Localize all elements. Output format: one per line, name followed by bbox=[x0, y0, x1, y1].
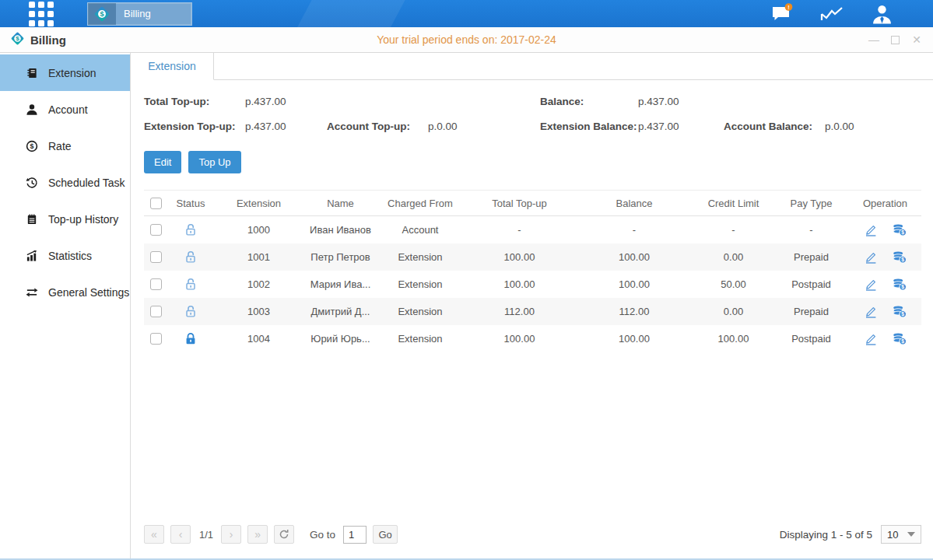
sidebar-item-general-settings[interactable]: General Settings bbox=[0, 274, 130, 310]
cell-name: Петр Петров bbox=[303, 251, 377, 263]
col-credit-limit: Credit Limit bbox=[693, 198, 774, 209]
sidebar-item-label: Account bbox=[48, 103, 88, 116]
edit-pencil-icon[interactable] bbox=[864, 278, 877, 291]
sidebar-item-label: Statistics bbox=[48, 250, 92, 262]
cell-total-topup: 100.00 bbox=[463, 333, 576, 345]
col-status: Status bbox=[167, 198, 214, 209]
trial-period-message: Your trial period ends on: 2017-02-24 bbox=[0, 33, 933, 46]
extension-table: Status Extension Name Charged From Total… bbox=[144, 190, 921, 352]
billing-diamond-icon: $ bbox=[10, 31, 25, 49]
cell-balance: 100.00 bbox=[576, 251, 693, 263]
refresh-icon[interactable] bbox=[274, 525, 294, 544]
row-checkbox[interactable] bbox=[150, 251, 162, 263]
sidebar: Extension Account $ Rate bbox=[0, 53, 131, 558]
cell-credit-limit: 50.00 bbox=[693, 278, 774, 290]
billing-app-window: $ Billing ! bbox=[0, 0, 933, 560]
lock-open-icon[interactable] bbox=[184, 250, 197, 264]
next-page-button[interactable]: › bbox=[221, 525, 241, 544]
row-checkbox[interactable] bbox=[150, 278, 162, 290]
notepad-icon bbox=[25, 213, 39, 226]
cell-pay-type: Prepaid bbox=[774, 306, 848, 317]
cell-total-topup: - bbox=[463, 224, 576, 236]
taskbar-billing-button[interactable]: $ Billing bbox=[87, 2, 192, 26]
topup-coins-icon[interactable]: $ bbox=[893, 305, 907, 318]
topup-coins-icon[interactable]: $ bbox=[893, 223, 907, 236]
svg-text:$: $ bbox=[901, 284, 904, 290]
page-size-select[interactable]: 10 bbox=[881, 525, 921, 544]
go-button[interactable]: Go bbox=[373, 525, 398, 544]
account-balance-label: Account Balance: bbox=[724, 121, 825, 132]
topup-coins-icon[interactable]: $ bbox=[893, 332, 907, 345]
desktop-topbar: $ Billing ! bbox=[0, 0, 933, 27]
row-checkbox[interactable] bbox=[150, 224, 162, 236]
cell-charged-from: Extension bbox=[377, 251, 463, 263]
col-total-topup: Total Top-up bbox=[463, 198, 576, 209]
topup-button[interactable]: Top Up bbox=[188, 151, 240, 173]
chart-icon[interactable] bbox=[819, 4, 844, 24]
cell-extension: 1001 bbox=[214, 251, 303, 263]
sidebar-item-extension[interactable]: Extension bbox=[0, 54, 130, 91]
sidebar-item-rate[interactable]: $ Rate bbox=[0, 128, 130, 164]
sidebar-item-account[interactable]: Account bbox=[0, 91, 130, 128]
user-icon[interactable] bbox=[869, 4, 894, 24]
edit-pencil-icon[interactable] bbox=[864, 306, 877, 318]
exchange-arrows-icon bbox=[25, 286, 39, 299]
sidebar-item-label: General Settings bbox=[48, 286, 129, 299]
person-icon bbox=[25, 103, 39, 116]
window-titlebar: $ Billing Your trial period ends on: 201… bbox=[0, 27, 933, 53]
table-row: 1002Мария Ива...Extension100.00100.0050.… bbox=[144, 271, 921, 298]
sidebar-item-label: Extension bbox=[48, 67, 96, 79]
col-name: Name bbox=[303, 198, 377, 209]
balance-label: Balance: bbox=[540, 96, 638, 107]
topup-coins-icon[interactable]: $ bbox=[893, 278, 907, 291]
goto-page-input[interactable] bbox=[343, 526, 367, 544]
sidebar-item-scheduled-task[interactable]: Scheduled Task bbox=[0, 164, 130, 201]
cell-extension: 1004 bbox=[214, 333, 303, 345]
close-icon[interactable]: ✕ bbox=[911, 34, 922, 45]
row-checkbox[interactable] bbox=[150, 306, 162, 317]
goto-label: Go to bbox=[310, 529, 335, 541]
tab-extension[interactable]: Extension bbox=[131, 53, 214, 80]
edit-button[interactable]: Edit bbox=[144, 151, 181, 173]
maximize-icon[interactable] bbox=[891, 36, 900, 44]
cell-extension: 1002 bbox=[214, 278, 303, 290]
cell-pay-type: - bbox=[774, 224, 848, 236]
cell-name: Иван Иванов bbox=[303, 224, 377, 236]
prev-page-button[interactable]: ‹ bbox=[170, 525, 191, 544]
minimize-icon[interactable]: — bbox=[868, 34, 879, 45]
sidebar-item-topup-history[interactable]: Top-up History bbox=[0, 201, 130, 237]
lock-open-icon[interactable] bbox=[184, 223, 197, 236]
col-pay-type: Pay Type bbox=[774, 198, 848, 209]
cell-pay-type: Postpaid bbox=[774, 278, 848, 290]
topup-coins-icon[interactable]: $ bbox=[893, 250, 907, 264]
chat-icon[interactable]: ! bbox=[770, 4, 794, 24]
window-title: Billing bbox=[30, 33, 66, 47]
cell-extension: 1000 bbox=[214, 224, 303, 236]
apps-grid-icon[interactable] bbox=[26, 0, 56, 27]
edit-pencil-icon[interactable] bbox=[864, 333, 877, 345]
col-charged-from: Charged From bbox=[377, 198, 463, 209]
main-panel: Extension Total Top-up: p.437.00 Balance… bbox=[131, 53, 933, 558]
lock-open-icon[interactable] bbox=[184, 278, 197, 291]
last-page-button[interactable]: » bbox=[247, 525, 268, 544]
sidebar-item-statistics[interactable]: Statistics bbox=[0, 237, 130, 274]
edit-pencil-icon[interactable] bbox=[864, 251, 877, 264]
tabstrip: Extension bbox=[131, 53, 933, 80]
chevron-down-icon bbox=[907, 532, 915, 537]
cell-charged-from: Extension bbox=[377, 278, 463, 290]
cell-extension: 1003 bbox=[214, 306, 303, 317]
select-all-checkbox[interactable] bbox=[150, 198, 162, 209]
chat-badge: ! bbox=[787, 4, 790, 11]
balance-value: p.437.00 bbox=[638, 96, 724, 107]
total-topup-value: p.437.00 bbox=[245, 96, 327, 107]
sidebar-item-label: Top-up History bbox=[48, 213, 118, 226]
table-row: 1000Иван ИвановAccount----$ bbox=[144, 216, 921, 243]
edit-pencil-icon[interactable] bbox=[864, 224, 877, 236]
lock-open-icon[interactable] bbox=[184, 305, 197, 318]
first-page-button[interactable]: « bbox=[144, 525, 164, 544]
cell-balance: 100.00 bbox=[576, 333, 693, 345]
extension-balance-value: p.437.00 bbox=[638, 121, 724, 132]
balance-summary: Total Top-up: p.437.00 Balance: p.437.00… bbox=[144, 96, 921, 132]
row-checkbox[interactable] bbox=[150, 333, 162, 345]
lock-closed-icon[interactable] bbox=[184, 332, 197, 345]
